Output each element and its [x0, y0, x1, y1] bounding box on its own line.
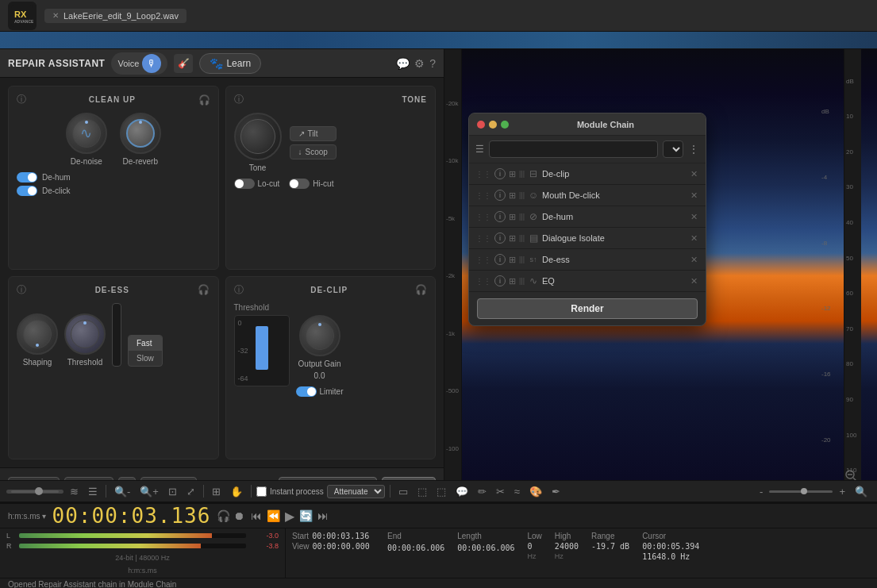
mc-settings-eq[interactable]: ⊞	[509, 276, 516, 286]
mc-close-mouth[interactable]: ✕	[689, 190, 699, 201]
de-clip-info-icon[interactable]: ⓘ	[234, 283, 244, 297]
mc-close-dot[interactable]	[477, 121, 485, 129]
de-ess-info-icon[interactable]: ⓘ	[17, 283, 26, 297]
help-icon[interactable]: ?	[429, 57, 436, 70]
cleanup-info-icon[interactable]: ⓘ	[17, 93, 26, 106]
limiter-toggle[interactable]	[296, 386, 317, 397]
cleanup-listen-icon[interactable]: 🎧	[198, 94, 210, 106]
tilt-button[interactable]: ↗ Tilt	[290, 126, 337, 141]
mc-settings-mouth[interactable]: ⊞	[509, 190, 516, 201]
mc-settings-dehum[interactable]: ⊞	[509, 212, 516, 222]
locut-toggle[interactable]	[234, 179, 255, 189]
shaping-knob[interactable]	[17, 313, 58, 355]
instrument-icon[interactable]: 🎸	[174, 54, 193, 73]
mc-drag-icon[interactable]: ⋮⋮	[475, 170, 491, 179]
zoom-reset-btn[interactable]: 🔍	[852, 484, 871, 499]
attenuate-select[interactable]: Attenuate	[327, 485, 385, 498]
output-gain-knob[interactable]	[299, 315, 340, 356]
mc-dropdown[interactable]	[663, 140, 683, 158]
clip-bar[interactable]	[256, 326, 268, 370]
waveform-view-btn[interactable]: ≋	[67, 484, 82, 499]
mc-info-de-ess[interactable]: i	[494, 254, 506, 265]
mc-close-dclip[interactable]: ✕	[689, 169, 699, 179]
eraser-btn[interactable]: ✂	[493, 484, 508, 499]
mc-info-dialogue[interactable]: i	[494, 233, 506, 244]
mc-settings-dialogue[interactable]: ⊞	[509, 233, 516, 244]
hicut-toggle[interactable]	[289, 179, 310, 189]
mc-close-dialogue[interactable]: ✕	[689, 233, 699, 244]
de-clip-listen-icon[interactable]: 🎧	[415, 284, 427, 295]
time-select-btn[interactable]: ⬚	[414, 484, 430, 499]
file-tab[interactable]: ✕ LakeEerie_edit_9_Loop2.wav	[44, 9, 187, 23]
tone-info-icon[interactable]: ⓘ	[234, 93, 244, 106]
lf-label-3: -5k	[444, 215, 461, 222]
zoom-plus-btn[interactable]: +	[836, 484, 848, 499]
brush-btn[interactable]: ✏	[475, 484, 490, 499]
tab-close-icon[interactable]: ✕	[52, 11, 59, 20]
slow-button[interactable]: Slow	[129, 351, 162, 366]
mc-close-dehum[interactable]: ✕	[689, 212, 699, 222]
mc-info-dehum[interactable]: i	[494, 211, 506, 222]
fast-button[interactable]: Fast	[129, 336, 162, 351]
mc-settings-dclip[interactable]: ⊞	[509, 169, 516, 179]
dehum-toggle[interactable]	[17, 172, 37, 183]
settings-icon[interactable]: ⚙	[414, 57, 425, 70]
zoom-all-btn[interactable]: ⤢	[183, 484, 198, 499]
loop-btn[interactable]: 🔄	[299, 509, 313, 522]
freq-paint-btn[interactable]: 🎨	[526, 484, 545, 499]
mc-close-de-ess[interactable]: ✕	[689, 255, 699, 265]
de-ess-slider[interactable]	[112, 303, 121, 367]
freq-select-btn[interactable]: ⬚	[433, 484, 449, 499]
voice-selector[interactable]: Voice 🎙	[111, 52, 167, 75]
mc-drag-mouth[interactable]: ⋮⋮	[475, 191, 491, 200]
rewind-btn[interactable]: ⏪	[267, 509, 280, 522]
top-sections: ⓘ CLEAN UP 🎧 ∿ De-noise	[8, 86, 436, 270]
mc-minimize-dot[interactable]	[489, 121, 497, 129]
mc-list-icon[interactable]: ☰	[475, 144, 484, 155]
de-ess-threshold-knob[interactable]	[64, 313, 106, 355]
scoop-button[interactable]: ↓ Scoop	[290, 144, 337, 159]
zoom-minus-btn[interactable]: -	[756, 484, 766, 499]
record-btn[interactable]: ⏺	[233, 509, 244, 522]
dereverb-knob[interactable]	[120, 113, 161, 154]
playback-slider[interactable]	[11, 490, 59, 493]
pencil-btn[interactable]: ✒	[548, 484, 564, 499]
de-ess-listen-icon[interactable]: 🎧	[198, 284, 210, 295]
mc-drag-eq[interactable]: ⋮⋮	[475, 277, 491, 286]
spectral-btn[interactable]: ≈	[511, 484, 523, 499]
zoom-in-btn[interactable]: 🔍+	[137, 484, 162, 499]
instant-process-checkbox[interactable]	[256, 486, 267, 497]
threshold-header-label: Threshold	[234, 303, 428, 312]
pan-btn[interactable]: ✋	[227, 484, 246, 499]
mc-info-dclip[interactable]: i	[494, 168, 506, 179]
mc-info-mouth[interactable]: i	[494, 190, 506, 201]
declick-toggle[interactable]	[17, 186, 37, 196]
mc-maximize-dot[interactable]	[501, 121, 509, 129]
zoom-fit-btn[interactable]: ⊞	[209, 484, 224, 499]
mc-render-button[interactable]: Render	[477, 298, 698, 319]
play-btn[interactable]: ▶	[285, 509, 294, 524]
mc-drag-dehum[interactable]: ⋮⋮	[475, 213, 491, 221]
learn-button[interactable]: 🐾 Learn	[199, 53, 261, 74]
denoise-knob[interactable]: ∿	[66, 113, 107, 154]
mc-drag-de-ess[interactable]: ⋮⋮	[475, 256, 491, 264]
selection-btn[interactable]: ▭	[395, 484, 411, 499]
meter-l-label: L	[6, 532, 14, 540]
mc-menu-icon[interactable]: ⋮	[688, 143, 699, 156]
zoom-out-btn[interactable]: 🔍-	[111, 484, 133, 499]
zoom-selection-btn[interactable]: ⊡	[165, 484, 180, 499]
chat-btn2[interactable]: 💬	[452, 484, 471, 499]
mc-info-eq[interactable]: i	[494, 275, 506, 286]
skip-end-btn[interactable]: ⏭	[317, 509, 329, 522]
headphones-btn[interactable]: 🎧	[217, 509, 230, 522]
tone-knob[interactable]	[234, 113, 282, 160]
mc-search-row: ☰ ⋮	[469, 136, 706, 163]
skip-start-btn[interactable]: ⏮	[251, 509, 262, 522]
mc-search-input[interactable]	[489, 140, 658, 158]
chat-icon[interactable]: 💬	[396, 57, 410, 70]
list-view-btn[interactable]: ☰	[85, 484, 101, 499]
mc-close-eq[interactable]: ✕	[689, 276, 699, 286]
mc-drag-dialogue[interactable]: ⋮⋮	[475, 234, 491, 243]
zoom-level-slider[interactable]	[769, 490, 833, 493]
mc-settings-de-ess[interactable]: ⊞	[509, 255, 516, 265]
